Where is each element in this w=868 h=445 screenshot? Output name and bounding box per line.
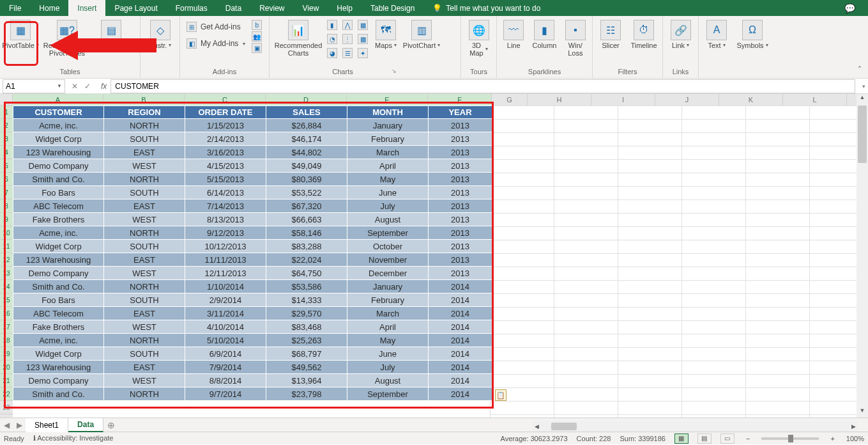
statistic-icon[interactable]: ☰	[342, 48, 353, 58]
cells-area[interactable]: CUSTOMERREGIONORDER DATESALESMONTHYEAR A…	[13, 105, 857, 418]
maps-button[interactable]: 🗺 Maps▾	[370, 17, 401, 67]
table-row[interactable]: Smith and Co.NORTH5/15/2013$80,369May201…	[13, 173, 492, 186]
table-cell[interactable]: EAST	[104, 146, 185, 159]
slicer-button[interactable]: ☷Slicer	[595, 17, 626, 67]
charts-dialog-launcher[interactable]: ↘	[392, 68, 398, 77]
table-cell[interactable]: March	[347, 307, 429, 320]
table-cell[interactable]: May	[347, 334, 429, 347]
column-header-F[interactable]: F	[428, 94, 492, 105]
table-cell[interactable]: June	[347, 186, 429, 199]
row-header-4[interactable]: 4	[0, 146, 13, 159]
menu-tab-insert[interactable]: Insert	[68, 0, 105, 16]
row-header-15[interactable]: 15	[0, 293, 13, 307]
scroll-left-icon[interactable]: ◀	[532, 423, 541, 430]
table-cell[interactable]: Demo Company	[13, 267, 104, 280]
column-header-A[interactable]: A	[13, 94, 103, 105]
table-cell[interactable]: 2013	[429, 267, 492, 280]
table-row[interactable]: Smith and Co.NORTH9/7/2014$23,798Septemb…	[13, 387, 492, 401]
table-cell[interactable]: September	[347, 387, 429, 401]
get-addins-button[interactable]: ⊞ Get Add-ins	[183, 20, 249, 34]
table-cell[interactable]: Foo Bars	[13, 293, 104, 307]
table-cell[interactable]: 7/9/2014	[185, 361, 266, 374]
zoom-slider-knob[interactable]	[788, 435, 793, 442]
column-header-J[interactable]: J	[655, 94, 719, 105]
sparkline-line-button[interactable]: 〰Line	[499, 17, 528, 67]
table-row[interactable]: Demo CompanyWEST12/11/2013$64,750Decembe…	[13, 267, 492, 280]
table-cell[interactable]: January	[347, 280, 429, 293]
paste-options-icon[interactable]: 📋	[495, 389, 506, 401]
tell-me[interactable]: 💡 Tell me what you want to do	[423, 0, 549, 16]
table-row[interactable]: 123 WarehousingEAST11/11/2013$22,024Nove…	[13, 253, 492, 267]
menu-tab-formulas[interactable]: Formulas	[167, 0, 217, 16]
table-cell[interactable]: June	[347, 347, 429, 361]
table-cell[interactable]: $53,586	[266, 280, 347, 293]
table-cell[interactable]: ABC Telecom	[13, 199, 104, 213]
table-cell[interactable]: 9/12/2013	[185, 226, 266, 240]
view-normal-button[interactable]: ▦	[674, 433, 689, 444]
row-header-11[interactable]: 11	[0, 240, 13, 253]
table-cell[interactable]: 8/8/2014	[185, 374, 266, 387]
people-icon[interactable]: 👥	[252, 31, 262, 42]
table-cell[interactable]: EAST	[104, 307, 185, 320]
table-cell[interactable]: February	[347, 132, 429, 146]
table-cell[interactable]: WEST	[104, 159, 185, 173]
table-cell[interactable]: SOUTH	[104, 186, 185, 199]
table-row[interactable]: Demo CompanyWEST4/15/2013$49,049April201…	[13, 159, 492, 173]
table-cell[interactable]: 2013	[429, 240, 492, 253]
table-cell[interactable]: May	[347, 173, 429, 186]
table-cell[interactable]: 2013	[429, 173, 492, 186]
table-row[interactable]: Widget CorpSOUTH2/14/2013$46,174February…	[13, 132, 492, 146]
text-button[interactable]: AText▾	[701, 17, 732, 67]
formula-bar-input[interactable]: CUSTOMER	[110, 79, 855, 93]
3d-map-button[interactable]: 🌐 3D Map▾	[464, 17, 494, 67]
table-cell[interactable]: EAST	[104, 253, 185, 267]
column-header-I[interactable]: I	[591, 94, 655, 105]
fx-icon[interactable]: fx	[97, 82, 110, 91]
table-header[interactable]: ORDER DATE	[185, 106, 266, 119]
view-pagebreak-button[interactable]: ▭	[720, 433, 735, 444]
table-cell[interactable]: NORTH	[104, 334, 185, 347]
table-cell[interactable]: 123 Warehousing	[13, 361, 104, 374]
row-header-13[interactable]: 13	[0, 267, 13, 280]
table-cell[interactable]: EAST	[104, 361, 185, 374]
table-cell[interactable]: $66,663	[266, 213, 347, 226]
table-header[interactable]: YEAR	[429, 106, 492, 119]
table-cell[interactable]: SOUTH	[104, 132, 185, 146]
column-header-C[interactable]: C	[185, 94, 266, 105]
table-cell[interactable]: SOUTH	[104, 293, 185, 307]
table-cell[interactable]: March	[347, 146, 429, 159]
table-cell[interactable]: $25,263	[266, 334, 347, 347]
table-cell[interactable]: EAST	[104, 199, 185, 213]
vertical-scrollbar[interactable]: ▲ ▼	[857, 94, 868, 418]
table-cell[interactable]: July	[347, 199, 429, 213]
table-cell[interactable]: September	[347, 226, 429, 240]
sparkline-column-button[interactable]: ▮Column	[530, 17, 558, 67]
table-cell[interactable]: $14,333	[266, 293, 347, 307]
table-row[interactable]: Smith and Co.NORTH1/10/2014$53,586Januar…	[13, 280, 492, 293]
table-cell[interactable]: 5/15/2013	[185, 173, 266, 186]
scroll-up-icon[interactable]: ▲	[857, 94, 868, 104]
table-cell[interactable]: 2014	[429, 293, 492, 307]
table-cell[interactable]: 2013	[429, 199, 492, 213]
table-cell[interactable]: SOUTH	[104, 240, 185, 253]
column-header-B[interactable]: B	[103, 94, 185, 105]
combo-chart-icon[interactable]: ▦	[358, 20, 368, 30]
row-header-2[interactable]: 2	[0, 119, 13, 132]
zoom-slider[interactable]	[761, 437, 819, 440]
accessibility-status[interactable]: ℹ Accessibility: Investigate	[33, 434, 114, 442]
table-cell[interactable]: Demo Company	[13, 374, 104, 387]
table-row[interactable]: Demo CompanyWEST8/8/2014$13,964August201…	[13, 374, 492, 387]
surface-icon[interactable]: ▩	[358, 34, 368, 44]
table-row[interactable]: Foo BarsSOUTH6/14/2013$53,522June2013	[13, 186, 492, 199]
menu-tab-view[interactable]: View	[294, 0, 328, 16]
recommended-charts-button[interactable]: 📊 Recommended Charts	[272, 17, 324, 67]
sheet-tab-data[interactable]: Data	[68, 418, 103, 432]
table-cell[interactable]: $68,797	[266, 347, 347, 361]
table-cell[interactable]: November	[347, 253, 429, 267]
table-cell[interactable]: 2014	[429, 280, 492, 293]
table-cell[interactable]: NORTH	[104, 226, 185, 240]
table-cell[interactable]: 5/10/2014	[185, 334, 266, 347]
table-row[interactable]: Acme, inc.NORTH5/10/2014$25,263May2014	[13, 334, 492, 347]
table-cell[interactable]: $80,369	[266, 173, 347, 186]
table-cell[interactable]: December	[347, 267, 429, 280]
